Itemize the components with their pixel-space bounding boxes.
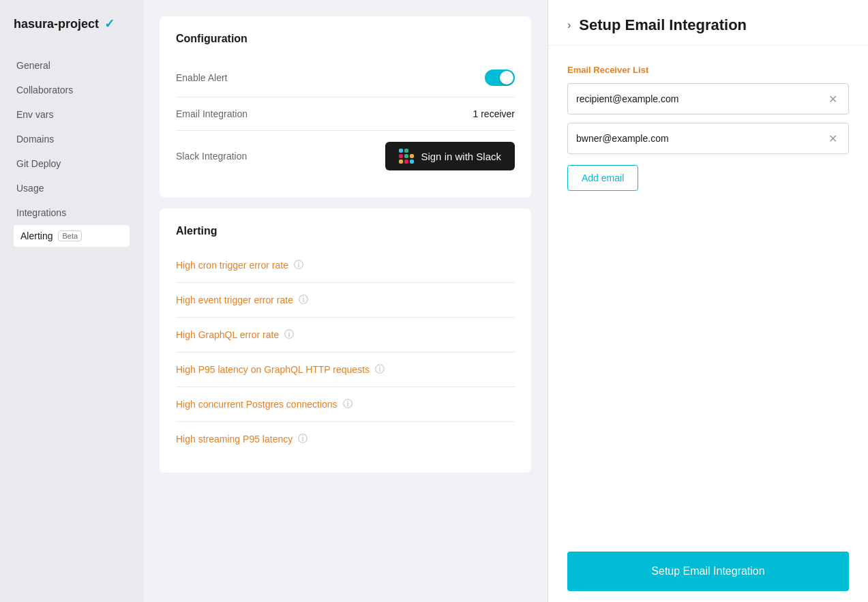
sidebar-item-collaborators[interactable]: Collaborators (14, 78, 130, 102)
alert-item-5[interactable]: High streaming P95 latency ⓘ (176, 422, 515, 456)
info-icon-4[interactable]: ⓘ (343, 398, 353, 410)
enable-alert-label: Enable Alert (176, 72, 228, 83)
enable-alert-row: Enable Alert (176, 59, 515, 97)
panel-footer: Setup Email Integration (548, 541, 868, 602)
project-name: hasura-project (14, 17, 99, 31)
sidebar-item-env-vars[interactable]: Env vars (14, 102, 130, 127)
svg-rect-7 (399, 160, 403, 164)
slack-signin-button[interactable]: Sign in with Slack (385, 142, 515, 170)
alert-item-1[interactable]: High event trigger error rate ⓘ (176, 283, 515, 318)
slack-icon (399, 149, 414, 164)
info-icon-2[interactable]: ⓘ (284, 329, 294, 341)
alerting-title: Alerting (176, 225, 515, 237)
email-input-0[interactable] (576, 84, 826, 114)
main-content: Configuration Enable Alert Email Integra… (143, 0, 548, 602)
info-icon-3[interactable]: ⓘ (375, 363, 385, 376)
email-integration-value: 1 receiver (473, 108, 515, 119)
beta-badge: Beta (58, 230, 82, 241)
svg-rect-0 (399, 154, 403, 158)
setup-email-integration-button[interactable]: Setup Email Integration (567, 552, 849, 591)
svg-rect-1 (399, 149, 403, 153)
enable-alert-toggle[interactable] (485, 70, 515, 86)
panel-header: › Setup Email Integration (548, 0, 868, 46)
sidebar-item-domains[interactable]: Domains (14, 127, 130, 151)
email-integration-row: Email Integration 1 receiver (176, 97, 515, 131)
project-header: hasura-project ✓ (14, 16, 130, 31)
email-input-row-1: ✕ (567, 123, 849, 154)
svg-rect-5 (410, 160, 414, 164)
remove-email-0-button[interactable]: ✕ (826, 90, 840, 108)
alert-item-4[interactable]: High concurrent Postgres connections ⓘ (176, 387, 515, 422)
info-icon-5[interactable]: ⓘ (298, 433, 308, 445)
email-input-1[interactable] (576, 123, 826, 153)
right-panel: › Setup Email Integration Email Receiver… (548, 0, 868, 602)
svg-rect-4 (404, 160, 408, 164)
info-icon-0[interactable]: ⓘ (294, 259, 303, 271)
email-input-row-0: ✕ (567, 83, 849, 115)
sidebar-item-general[interactable]: General (14, 53, 130, 78)
panel-title: Setup Email Integration (579, 16, 747, 34)
chevron-right-icon[interactable]: › (567, 19, 571, 31)
svg-rect-3 (410, 154, 414, 158)
slack-integration-label: Slack Integration (176, 151, 247, 162)
email-receiver-list-label: Email Receiver List (567, 65, 849, 75)
add-email-button[interactable]: Add email (567, 165, 638, 191)
remove-email-1-button[interactable]: ✕ (826, 130, 840, 148)
sidebar-item-alerting[interactable]: Alerting Beta (14, 225, 130, 247)
info-icon-1[interactable]: ⓘ (299, 294, 308, 306)
slack-integration-row: Slack Integration Sign in with Slack (176, 131, 515, 181)
slack-button-label: Sign in with Slack (421, 151, 501, 162)
sidebar-item-usage[interactable]: Usage (14, 176, 130, 200)
configuration-title: Configuration (176, 33, 515, 45)
alert-item-0[interactable]: High cron trigger error rate ⓘ (176, 248, 515, 283)
verified-icon: ✓ (104, 16, 115, 31)
alert-item-2[interactable]: High GraphQL error rate ⓘ (176, 318, 515, 352)
svg-rect-2 (404, 149, 408, 153)
sidebar-item-git-deploy[interactable]: Git Deploy (14, 151, 130, 176)
sidebar-item-integrations[interactable]: Integrations (14, 200, 130, 225)
svg-rect-6 (404, 154, 408, 158)
alert-item-3[interactable]: High P95 latency on GraphQL HTTP request… (176, 352, 515, 387)
email-integration-label: Email Integration (176, 108, 248, 119)
sidebar: hasura-project ✓ General Collaborators E… (0, 0, 143, 602)
panel-body: Email Receiver List ✕ ✕ Add email (548, 46, 868, 541)
alerting-card: Alerting High cron trigger error rate ⓘ … (160, 209, 531, 472)
configuration-card: Configuration Enable Alert Email Integra… (160, 16, 531, 198)
